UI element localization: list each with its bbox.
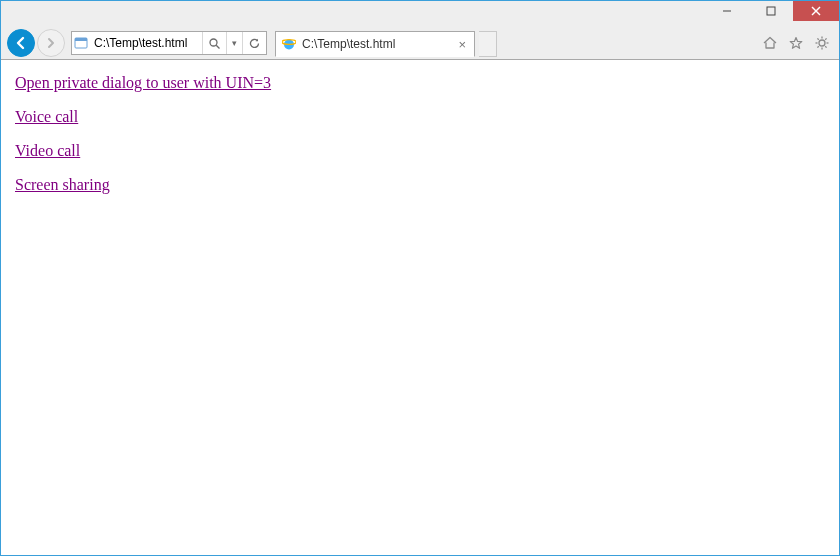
tab-title: C:\Temp\test.html [302, 37, 456, 51]
close-icon [811, 6, 821, 16]
search-dropdown[interactable]: ▾ [226, 32, 242, 54]
svg-rect-1 [767, 7, 775, 15]
link-video-call[interactable]: Video call [15, 142, 80, 159]
maximize-button[interactable] [749, 1, 793, 21]
back-button[interactable] [7, 29, 35, 57]
close-button[interactable] [793, 1, 839, 21]
title-bar [1, 1, 839, 29]
svg-line-7 [216, 45, 219, 48]
home-button[interactable] [759, 32, 781, 54]
new-tab-button[interactable] [479, 31, 497, 57]
minimize-button[interactable] [705, 1, 749, 21]
arrow-left-icon [13, 35, 29, 51]
nav-buttons [7, 29, 65, 57]
address-bar: ▾ [71, 31, 267, 55]
tab-close-button[interactable]: × [456, 37, 468, 52]
navigation-toolbar: ▾ C:\Temp\test.html × [1, 29, 839, 59]
link-open-private-dialog[interactable]: Open private dialog to user with UIN=3 [15, 74, 271, 91]
page-content: Open private dialog to user with UIN=3 V… [1, 59, 839, 555]
refresh-icon [248, 37, 261, 50]
home-icon [762, 35, 778, 51]
ie-icon [282, 37, 296, 51]
favorites-button[interactable] [785, 32, 807, 54]
svg-line-16 [825, 46, 826, 47]
maximize-icon [766, 6, 776, 16]
gear-icon [814, 35, 830, 51]
svg-line-15 [817, 38, 818, 39]
arrow-right-icon [44, 36, 58, 50]
page-favicon-icon [72, 36, 90, 50]
search-button[interactable] [202, 32, 226, 54]
search-icon [208, 37, 221, 50]
star-icon [788, 35, 804, 51]
minimize-icon [722, 6, 732, 16]
svg-point-6 [210, 39, 217, 46]
svg-rect-5 [75, 38, 87, 41]
forward-button[interactable] [37, 29, 65, 57]
address-input[interactable] [90, 32, 202, 54]
tools-button[interactable] [811, 32, 833, 54]
svg-point-10 [819, 40, 825, 46]
link-voice-call[interactable]: Voice call [15, 108, 78, 125]
refresh-button[interactable] [242, 32, 266, 54]
link-screen-sharing[interactable]: Screen sharing [15, 176, 110, 193]
browser-tab[interactable]: C:\Temp\test.html × [275, 31, 475, 57]
browser-window: ▾ C:\Temp\test.html × Open private dialo… [0, 0, 840, 556]
svg-line-18 [817, 46, 818, 47]
svg-line-17 [825, 38, 826, 39]
